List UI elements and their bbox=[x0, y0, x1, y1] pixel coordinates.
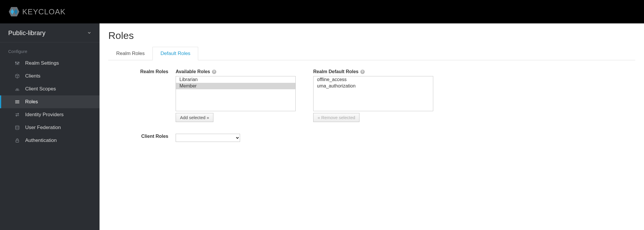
database-icon bbox=[15, 125, 20, 130]
svg-point-7 bbox=[17, 63, 18, 64]
sidebar-item-label: Clients bbox=[25, 73, 40, 79]
available-roles-listbox[interactable]: Librarian Member bbox=[176, 76, 296, 111]
remove-selected-button[interactable]: « Remove selected bbox=[313, 113, 359, 122]
lock-icon bbox=[15, 138, 20, 143]
list-item[interactable]: uma_authorization bbox=[314, 83, 433, 89]
sidebar-item-label: Realm Settings bbox=[25, 60, 59, 66]
cube-icon bbox=[15, 73, 20, 79]
help-icon[interactable]: ? bbox=[212, 70, 216, 74]
svg-rect-10 bbox=[15, 102, 19, 102]
sidebar-item-label: User Federation bbox=[25, 125, 61, 131]
available-roles-label-text: Available Roles bbox=[176, 69, 210, 74]
brand-text: KEYCLOAK bbox=[22, 7, 66, 16]
realm-roles-label: Realm Roles bbox=[108, 69, 176, 122]
tab-default-roles[interactable]: Default Roles bbox=[153, 47, 198, 60]
chevron-down-icon bbox=[87, 31, 91, 36]
app-header: KEYCLOAK bbox=[0, 0, 644, 23]
sidebar-item-roles[interactable]: Roles bbox=[0, 95, 100, 108]
sidebar-item-realm-settings[interactable]: Realm Settings bbox=[0, 57, 100, 70]
sidebar-item-user-federation[interactable]: User Federation bbox=[0, 121, 100, 134]
page-title: Roles bbox=[108, 30, 635, 41]
available-roles-label: Available Roles ? bbox=[176, 69, 296, 74]
svg-point-6 bbox=[15, 62, 16, 63]
realm-roles-row: Realm Roles Available Roles ? Librarian … bbox=[108, 69, 635, 122]
sidebar-item-label: Roles bbox=[25, 99, 38, 105]
sidebar-section-label: Configure bbox=[0, 42, 100, 57]
svg-rect-13 bbox=[16, 140, 19, 142]
sidebar-item-client-scopes[interactable]: Client Scopes bbox=[0, 83, 100, 95]
default-roles-listbox[interactable]: offline_access uma_authorization bbox=[313, 76, 433, 111]
svg-point-8 bbox=[18, 62, 19, 63]
add-selected-button[interactable]: Add selected » bbox=[176, 113, 213, 122]
svg-rect-11 bbox=[15, 103, 19, 103]
cubes-icon bbox=[15, 86, 20, 92]
svg-point-12 bbox=[16, 126, 19, 127]
list-item[interactable]: Librarian bbox=[176, 76, 295, 83]
list-icon bbox=[15, 99, 20, 104]
list-item[interactable]: offline_access bbox=[314, 76, 433, 83]
brand-logo[interactable]: KEYCLOAK bbox=[8, 6, 66, 18]
default-roles-label: Realm Default Roles ? bbox=[313, 69, 433, 74]
sidebar-item-label: Client Scopes bbox=[25, 86, 56, 92]
sliders-icon bbox=[15, 61, 20, 66]
client-roles-label: Client Roles bbox=[108, 134, 176, 142]
sidebar: Public-library Configure Realm Settings … bbox=[0, 23, 100, 230]
tabs: Realm Roles Default Roles bbox=[108, 47, 635, 60]
available-roles-column: Available Roles ? Librarian Member Add s… bbox=[176, 69, 296, 122]
main-content: Roles Realm Roles Default Roles Realm Ro… bbox=[100, 23, 644, 230]
realm-selector[interactable]: Public-library bbox=[0, 23, 100, 42]
sidebar-item-label: Authentication bbox=[25, 138, 57, 143]
tab-realm-roles[interactable]: Realm Roles bbox=[108, 47, 153, 60]
sidebar-item-label: Identity Providers bbox=[25, 112, 64, 118]
realm-name: Public-library bbox=[8, 29, 45, 37]
sidebar-item-identity-providers[interactable]: Identity Providers bbox=[0, 108, 100, 121]
list-item[interactable]: Member bbox=[176, 83, 295, 89]
exchange-icon bbox=[15, 112, 20, 117]
help-icon[interactable]: ? bbox=[360, 70, 365, 74]
client-roles-select[interactable] bbox=[176, 134, 240, 142]
sidebar-item-authentication[interactable]: Authentication bbox=[0, 134, 100, 147]
default-roles-label-text: Realm Default Roles bbox=[313, 69, 359, 74]
svg-rect-9 bbox=[15, 100, 19, 101]
client-roles-row: Client Roles bbox=[108, 134, 635, 142]
default-roles-column: Realm Default Roles ? offline_access uma… bbox=[313, 69, 433, 122]
sidebar-item-clients[interactable]: Clients bbox=[0, 70, 100, 83]
keycloak-icon bbox=[8, 6, 20, 18]
